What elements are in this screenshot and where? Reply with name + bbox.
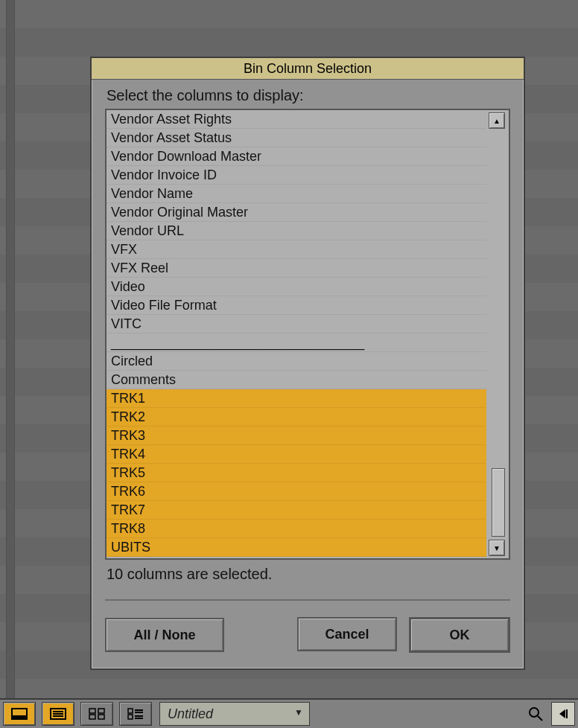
- svg-rect-13: [128, 715, 133, 719]
- divider: [105, 599, 510, 601]
- svg-rect-8: [89, 715, 95, 719]
- text-view-button[interactable]: [42, 702, 74, 726]
- list-item[interactable]: Vendor Asset Status: [107, 129, 486, 147]
- svg-rect-7: [98, 709, 104, 713]
- frame-view-button[interactable]: [3, 702, 36, 726]
- list-item[interactable]: TRK6: [107, 482, 486, 501]
- list-item[interactable]: Video: [107, 278, 486, 296]
- scroll-down-button[interactable]: ▼: [489, 540, 505, 556]
- cancel-button[interactable]: Cancel: [297, 617, 397, 651]
- list-item[interactable]: TRK1: [107, 389, 486, 408]
- list-item[interactable]: TRK7: [107, 501, 486, 520]
- svg-marker-18: [559, 709, 565, 718]
- bin-tab[interactable]: Untitled ▼: [159, 702, 310, 726]
- grid-view-button[interactable]: [80, 702, 113, 726]
- svg-rect-19: [566, 709, 568, 718]
- list-item[interactable]: Circled: [107, 352, 486, 371]
- ok-button[interactable]: OK: [409, 617, 510, 653]
- list-item[interactable]: VFX Reel: [107, 259, 486, 278]
- list-item[interactable]: Vendor Original Master: [107, 203, 486, 222]
- list-item[interactable]: VFX: [107, 240, 486, 259]
- all-none-button[interactable]: All / None: [105, 618, 224, 652]
- scroll-up-button[interactable]: ▲: [489, 112, 505, 129]
- list-item[interactable]: Vendor Invoice ID: [107, 166, 486, 185]
- list-item[interactable]: Vendor URL: [107, 222, 486, 240]
- svg-rect-10: [128, 709, 133, 713]
- list-item[interactable]: Vendor Download Master: [107, 147, 486, 166]
- list-item[interactable]: Video File Format: [107, 296, 486, 315]
- list-item[interactable]: UBITS: [107, 538, 486, 557]
- svg-point-16: [530, 708, 539, 717]
- column-list[interactable]: Vendor Asset RightsVendor Asset StatusVe…: [107, 110, 486, 558]
- chevron-down-icon: ▼: [294, 707, 303, 718]
- svg-rect-9: [98, 715, 104, 719]
- dialog-buttons: All / None Cancel OK: [105, 619, 510, 651]
- list-item[interactable]: TRK5: [107, 464, 486, 482]
- scrollbar-thumb[interactable]: [492, 468, 505, 537]
- bin-column-selection-dialog: Bin Column Selection Select the columns …: [90, 57, 525, 670]
- column-list-box: Vendor Asset RightsVendor Asset StatusVe…: [105, 109, 510, 560]
- bin-tab-label: Untitled: [168, 706, 213, 722]
- selection-status: 10 columns are selected.: [92, 560, 524, 583]
- list-item[interactable]: __________________________________: [107, 333, 486, 352]
- search-button[interactable]: [523, 703, 548, 725]
- scrollbar-track[interactable]: [492, 132, 504, 537]
- bottom-toolbar: Untitled ▼: [0, 698, 578, 728]
- list-item[interactable]: VITC: [107, 315, 486, 333]
- sidebar-toggle-button[interactable]: [551, 702, 575, 726]
- svg-line-17: [538, 716, 542, 721]
- list-item[interactable]: Vendor Name: [107, 185, 486, 203]
- svg-rect-6: [89, 709, 95, 713]
- list-item[interactable]: TRK3: [107, 427, 486, 445]
- list-item[interactable]: Vendor Asset Rights: [107, 110, 486, 129]
- svg-rect-1: [12, 715, 27, 719]
- dialog-prompt: Select the columns to display:: [92, 80, 524, 107]
- list-item[interactable]: Comments: [107, 371, 486, 389]
- dialog-title: Bin Column Selection: [92, 58, 524, 80]
- list-grid-view-button[interactable]: [119, 702, 152, 726]
- scrollbar[interactable]: ▲ ▼: [489, 112, 506, 556]
- list-item[interactable]: TRK2: [107, 408, 486, 427]
- list-item[interactable]: TRK8: [107, 520, 486, 538]
- list-item[interactable]: TRK4: [107, 445, 486, 464]
